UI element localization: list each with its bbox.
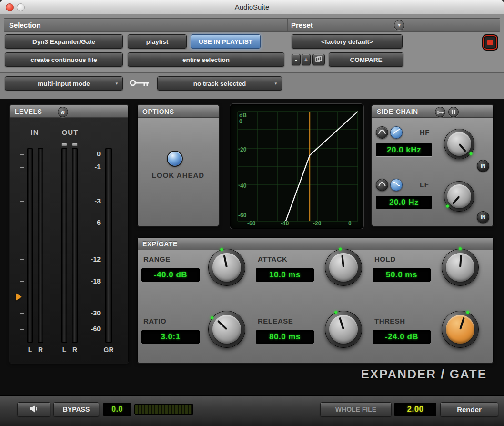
- knob-led: [210, 316, 214, 320]
- phase-invert-button[interactable]: ø: [58, 107, 68, 117]
- side-chain-listen-button[interactable]: [448, 107, 459, 117]
- chevron-down-icon: ▼: [274, 81, 278, 86]
- lf-label: LF: [420, 181, 429, 189]
- lf-frequency-knob[interactable]: [444, 182, 474, 211]
- selection-reference-button[interactable]: entire selection: [128, 52, 284, 67]
- graph-y-tick: -40: [238, 183, 247, 189]
- selection-header: Selection: [9, 21, 41, 29]
- whole-file-button[interactable]: WHOLE FILE: [320, 402, 392, 416]
- preset-name-label: <factory default>: [321, 38, 373, 45]
- minus-label: -: [295, 56, 297, 63]
- meter-tick: [20, 223, 24, 223]
- range-label: RANGE: [143, 255, 171, 263]
- bandpass-icon: [378, 128, 386, 137]
- bandpass-icon: [378, 181, 386, 189]
- whole-file-label: WHOLE FILE: [335, 406, 376, 413]
- thresh-knob[interactable]: [442, 311, 478, 347]
- ratio-label: RATIO: [143, 317, 166, 325]
- preset-header: Preset: [291, 21, 313, 29]
- look-ahead-button[interactable]: [168, 152, 182, 166]
- preview-button[interactable]: [17, 402, 50, 416]
- output-clip-led-right[interactable]: [72, 143, 78, 146]
- knob-led: [220, 248, 223, 251]
- plugin-selector-label: Dyn3 Expander/Gate: [32, 38, 95, 45]
- compare-button[interactable]: COMPARE: [329, 52, 403, 67]
- graph-db-unit: dB: [239, 112, 247, 119]
- key-icon: [437, 109, 444, 116]
- hf-bandpass-button[interactable]: [376, 126, 388, 139]
- hf-frequency-knob[interactable]: [444, 129, 474, 159]
- out-meter-label: OUT: [59, 128, 81, 136]
- meter-tick: [20, 201, 24, 202]
- side-chain-header-label: SIDE-CHAIN: [377, 108, 418, 115]
- use-in-playlist-button[interactable]: USE IN PLAYLIST: [191, 34, 261, 49]
- bypass-button[interactable]: BYPASS: [53, 402, 99, 416]
- target-button[interactable]: [483, 35, 497, 50]
- copy-preset-button[interactable]: [312, 54, 325, 65]
- hf-frequency-display[interactable]: 20.0 kHz: [376, 143, 432, 156]
- attack-display[interactable]: 10.0 ms: [256, 268, 314, 282]
- plugin-selector-button[interactable]: Dyn3 Expander/Gate: [5, 34, 123, 49]
- lf-frequency-display[interactable]: 20.0 Hz: [376, 196, 432, 209]
- graph-x-tick: -60: [247, 220, 256, 227]
- thresh-label: THRESH: [374, 317, 405, 325]
- preset-menu-button[interactable]: ▼: [394, 20, 404, 30]
- transfer-function-graph: dB 0 -20 -40 -60 -60 -40 -20 0: [230, 104, 363, 229]
- lf-shelf-button[interactable]: [390, 179, 403, 191]
- key-link-icon[interactable]: [130, 79, 150, 89]
- threshold-arrow[interactable]: [16, 293, 22, 301]
- render-button[interactable]: Render: [440, 402, 498, 416]
- attack-knob[interactable]: [325, 249, 362, 285]
- hf-in-label: IN: [481, 163, 485, 169]
- footer-bar: BYPASS 0.0 WHOLE FILE 2.00 Render: [0, 395, 504, 426]
- ratio-knob[interactable]: [209, 311, 245, 347]
- levels-panel: LEVELS ø IN OUT 0 -1: [10, 105, 129, 363]
- hold-label: HOLD: [374, 255, 396, 263]
- plugin-name: EXPANDER / GATE: [361, 367, 487, 382]
- knob-led: [445, 204, 449, 208]
- side-chain-key-button[interactable]: [435, 107, 445, 117]
- lf-bandpass-button[interactable]: [376, 179, 388, 191]
- range-knob[interactable]: [209, 249, 245, 285]
- preset-increment-button[interactable]: +: [302, 54, 311, 65]
- input-meter-right: [38, 148, 43, 343]
- lf-in-button[interactable]: IN: [477, 211, 489, 223]
- use-in-playlist-label: USE IN PLAYLIST: [199, 38, 252, 45]
- output-clip-led-left[interactable]: [61, 143, 67, 146]
- gain-reduction-meter: [105, 148, 112, 343]
- lf-in-label: IN: [481, 215, 485, 220]
- render-label: Render: [457, 406, 482, 414]
- duration-display[interactable]: 2.00: [394, 403, 436, 416]
- graph-y-tick: -20: [238, 146, 247, 153]
- release-display[interactable]: 80.0 ms: [256, 330, 314, 344]
- input-meter-left: [27, 148, 33, 343]
- release-knob[interactable]: [325, 311, 362, 347]
- ratio-display[interactable]: 3.0:1: [141, 330, 200, 344]
- input-mode-button[interactable]: multi-input mode ▼: [5, 76, 123, 91]
- audiosuite-controls: Selection Preset ▼ Dyn3 Expander/Gate pl…: [0, 14, 504, 99]
- entire-selection-label: entire selection: [182, 56, 230, 63]
- range-display[interactable]: -40.0 dB: [141, 268, 200, 282]
- thresh-display[interactable]: -24.0 dB: [373, 330, 431, 344]
- chevron-down-icon: ▼: [115, 81, 119, 86]
- bypass-label: BYPASS: [63, 406, 90, 413]
- playlist-button[interactable]: playlist: [128, 34, 187, 49]
- out-right-label: R: [72, 346, 78, 354]
- attack-label: ATTACK: [258, 255, 287, 263]
- graph-svg: dB 0 -20 -40 -60 -60 -40 -20 0: [231, 105, 363, 228]
- create-continuous-file-button[interactable]: create continuous file: [5, 52, 123, 67]
- output-meter-left: [61, 148, 67, 343]
- in-left-label: L: [27, 346, 33, 354]
- hf-in-button[interactable]: IN: [477, 160, 489, 172]
- preview-volume-display[interactable]: 0.0: [103, 403, 131, 416]
- track-selector-label: no track selected: [193, 80, 246, 87]
- hold-display[interactable]: 50.0 ms: [373, 268, 431, 282]
- preset-selector-button[interactable]: <factory default>: [292, 34, 403, 49]
- graph-x-tick: -20: [313, 220, 322, 227]
- preset-decrement-button[interactable]: -: [292, 54, 301, 65]
- track-selector-button[interactable]: no track selected ▼: [157, 76, 282, 91]
- scale-label: -3: [81, 197, 101, 205]
- hf-shelf-button[interactable]: [390, 126, 403, 139]
- hold-knob[interactable]: [442, 249, 478, 285]
- out-left-label: L: [61, 346, 67, 354]
